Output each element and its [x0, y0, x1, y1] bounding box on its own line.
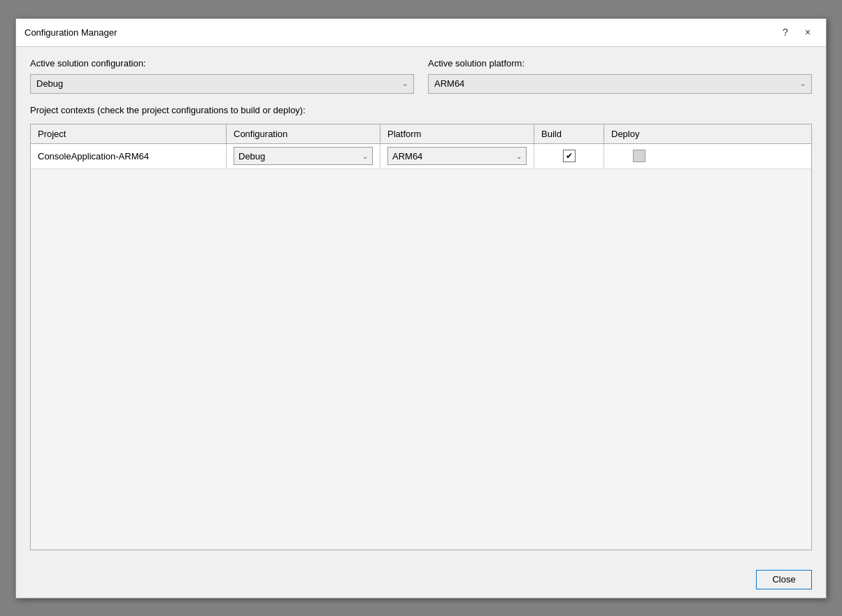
dialog-footer: Close [16, 561, 826, 598]
active-solution-config-value: Debug [36, 78, 63, 89]
config-dropdown-arrow: ⌄ [402, 80, 408, 87]
cell-build [534, 144, 604, 169]
col-header-configuration: Configuration [227, 124, 380, 143]
build-checkbox-cell [541, 150, 597, 162]
row-platform-value: ARM64 [392, 151, 422, 162]
close-button[interactable]: Close [756, 570, 812, 589]
table-header: Project Configuration Platform Build Dep… [31, 124, 811, 144]
cell-deploy [604, 144, 674, 169]
title-bar-left: Configuration Manager [24, 27, 117, 38]
deploy-checkbox-cell [611, 150, 667, 162]
row-configuration-dropdown[interactable]: Debug ⌄ [234, 147, 373, 165]
project-contexts-label: Project contexts (check the project conf… [30, 105, 812, 115]
active-solution-platform-dropdown[interactable]: ARM64 ⌄ [428, 74, 812, 94]
row-platform-arrow: ⌄ [516, 152, 522, 160]
row-config-value: Debug [238, 151, 265, 162]
active-solution-config-group: Active solution configuration: Debug ⌄ [30, 58, 414, 94]
help-button[interactable]: ? [776, 22, 795, 42]
row-platform-dropdown[interactable]: ARM64 ⌄ [387, 147, 527, 165]
deploy-checkbox[interactable] [633, 150, 645, 162]
close-title-button[interactable]: × [798, 22, 818, 42]
title-bar-right: ? × [776, 22, 818, 42]
col-header-build: Build [534, 124, 604, 143]
cell-platform: ARM64 ⌄ [380, 144, 534, 169]
active-solution-config-dropdown[interactable]: Debug ⌄ [30, 74, 414, 94]
table-body: ConsoleApplication-ARM64 Debug ⌄ ARM64 ⌄ [31, 144, 811, 169]
platform-dropdown-arrow: ⌄ [800, 80, 806, 87]
active-solution-config-label: Active solution configuration: [30, 58, 414, 69]
configuration-manager-dialog: Configuration Manager ? × Active solutio… [15, 18, 827, 599]
active-solution-platform-value: ARM64 [434, 78, 464, 89]
dialog-title: Configuration Manager [24, 27, 117, 38]
cell-project: ConsoleApplication-ARM64 [31, 144, 227, 169]
col-header-platform: Platform [380, 124, 534, 143]
top-row: Active solution configuration: Debug ⌄ A… [30, 58, 812, 94]
table-row: ConsoleApplication-ARM64 Debug ⌄ ARM64 ⌄ [31, 144, 811, 169]
active-solution-platform-group: Active solution platform: ARM64 ⌄ [428, 58, 812, 94]
active-solution-platform-label: Active solution platform: [428, 58, 812, 69]
col-header-deploy: Deploy [604, 124, 674, 143]
build-checkbox[interactable] [563, 150, 576, 162]
dialog-content: Active solution configuration: Debug ⌄ A… [16, 47, 826, 561]
col-header-project: Project [31, 124, 227, 143]
project-table: Project Configuration Platform Build Dep… [30, 124, 812, 550]
title-bar: Configuration Manager ? × [16, 19, 826, 47]
row-config-arrow: ⌄ [362, 152, 368, 160]
cell-configuration: Debug ⌄ [227, 144, 380, 169]
